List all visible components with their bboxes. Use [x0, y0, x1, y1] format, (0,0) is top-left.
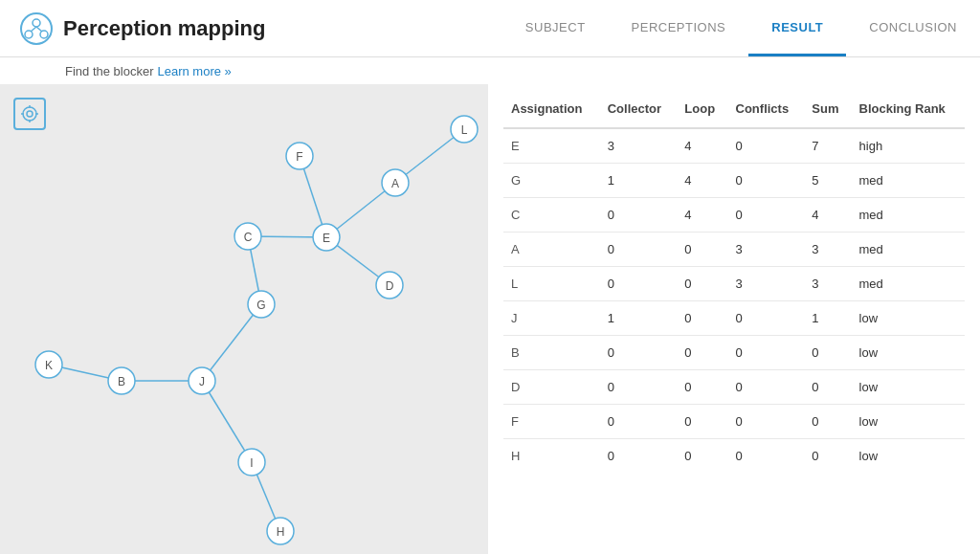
cell-loop: 0 — [677, 267, 727, 301]
cell-assignation: G — [503, 164, 600, 198]
col-loop: Loop — [677, 90, 727, 128]
svg-point-0 — [21, 13, 52, 44]
cell-sum: 7 — [804, 128, 851, 164]
cell-sum: 0 — [804, 336, 851, 370]
cell-conflicts: 0 — [728, 370, 805, 405]
cell-collector: 0 — [600, 198, 678, 233]
col-blocking-rank: Blocking Rank — [852, 90, 965, 128]
cell-sum: 5 — [804, 164, 851, 198]
cell-sum: 0 — [804, 405, 851, 439]
tab-subject[interactable]: SUBJECT — [502, 0, 609, 56]
cell-conflicts: 0 — [728, 405, 805, 439]
cell-sum: 3 — [804, 233, 851, 267]
table-row: L0033med — [503, 267, 965, 301]
svg-text:G: G — [256, 299, 265, 312]
svg-text:F: F — [296, 150, 302, 164]
svg-text:B: B — [118, 375, 125, 388]
cell-sum: 3 — [804, 267, 851, 301]
table-row: B0000low — [503, 336, 965, 370]
graph-panel: LFADCEGKBJIH — [0, 84, 488, 554]
tab-result[interactable]: RESULT — [748, 0, 846, 56]
cell-conflicts: 3 — [728, 267, 805, 301]
cell-sum: 0 — [804, 370, 851, 405]
svg-text:A: A — [391, 177, 399, 190]
cell-collector: 0 — [600, 267, 678, 301]
cell-assignation: E — [503, 128, 600, 164]
table-row: A0033med — [503, 233, 965, 267]
cell-assignation: J — [503, 301, 600, 336]
tab-perceptions[interactable]: PERCEPTIONS — [609, 0, 749, 56]
cell-conflicts: 0 — [728, 128, 805, 164]
svg-line-4 — [31, 27, 36, 32]
learn-more-link[interactable]: Learn more » — [158, 64, 232, 78]
cell-conflicts: 0 — [728, 336, 805, 370]
perception-graph: LFADCEGKBJIH — [0, 84, 488, 554]
svg-text:C: C — [244, 231, 253, 244]
page-title: Perception mapping — [63, 16, 265, 41]
results-table: Assignation Collector Loop Conflicts Sum… — [503, 90, 965, 473]
tab-conclusion[interactable]: CONCLUSION — [846, 0, 980, 56]
cell-assignation: A — [503, 233, 600, 267]
table-row: D0000low — [503, 370, 965, 405]
svg-text:J: J — [199, 375, 205, 388]
cell-assignation: L — [503, 267, 600, 301]
cell-rank: low — [852, 370, 965, 405]
svg-text:D: D — [386, 279, 394, 293]
cell-conflicts: 0 — [728, 198, 805, 233]
cell-rank: low — [852, 439, 965, 474]
col-collector: Collector — [600, 90, 678, 128]
cell-rank: high — [852, 128, 965, 164]
svg-text:L: L — [461, 123, 468, 137]
cell-rank: med — [852, 164, 965, 198]
cell-collector: 0 — [600, 370, 678, 405]
col-assignation: Assignation — [503, 90, 600, 128]
cell-sum: 1 — [804, 301, 851, 336]
svg-text:H: H — [277, 525, 285, 539]
target-icon[interactable] — [13, 98, 46, 130]
cell-loop: 0 — [677, 439, 727, 474]
cell-collector: 0 — [600, 336, 678, 370]
cell-collector: 0 — [600, 233, 678, 267]
cell-loop: 0 — [677, 336, 727, 370]
svg-line-18 — [202, 304, 261, 381]
app-container: Perception mapping SUBJECT PERCEPTIONS R… — [0, 0, 980, 554]
cell-sum: 0 — [804, 439, 851, 474]
cell-loop: 0 — [677, 301, 727, 336]
app-icon — [19, 11, 54, 46]
cell-loop: 4 — [677, 198, 727, 233]
table-panel: Assignation Collector Loop Conflicts Sum… — [488, 84, 980, 554]
cell-loop: 4 — [677, 164, 727, 198]
cell-conflicts: 0 — [728, 301, 805, 336]
col-sum: Sum — [804, 90, 851, 128]
table-row: C0404med — [503, 198, 965, 233]
cell-loop: 4 — [677, 128, 727, 164]
svg-text:I: I — [250, 456, 253, 470]
cell-assignation: H — [503, 439, 600, 474]
cell-assignation: F — [503, 405, 600, 439]
svg-point-6 — [23, 107, 36, 121]
subtitle-text: Find the blocker — [65, 64, 154, 78]
table-header-row: Assignation Collector Loop Conflicts Sum… — [503, 90, 965, 128]
cell-rank: low — [852, 336, 965, 370]
cell-conflicts: 3 — [728, 233, 805, 267]
cell-collector: 0 — [600, 405, 678, 439]
cell-conflicts: 0 — [728, 164, 805, 198]
cell-conflicts: 0 — [728, 439, 805, 474]
svg-point-7 — [27, 111, 33, 117]
cell-assignation: B — [503, 336, 600, 370]
cell-loop: 0 — [677, 405, 727, 439]
svg-line-21 — [202, 381, 252, 462]
cell-collector: 3 — [600, 128, 678, 164]
cell-assignation: D — [503, 370, 600, 405]
table-row: G1405med — [503, 164, 965, 198]
cell-collector: 1 — [600, 301, 678, 336]
cell-assignation: C — [503, 198, 600, 233]
cell-collector: 1 — [600, 164, 678, 198]
table-body: E3407highG1405medC0404medA0033medL0033me… — [503, 128, 965, 473]
cell-loop: 0 — [677, 370, 727, 405]
cell-rank: med — [852, 233, 965, 267]
cell-rank: low — [852, 405, 965, 439]
nav-tabs: SUBJECT PERCEPTIONS RESULT CONCLUSION — [502, 0, 980, 56]
table-row: H0000low — [503, 439, 965, 474]
svg-text:K: K — [45, 359, 53, 372]
